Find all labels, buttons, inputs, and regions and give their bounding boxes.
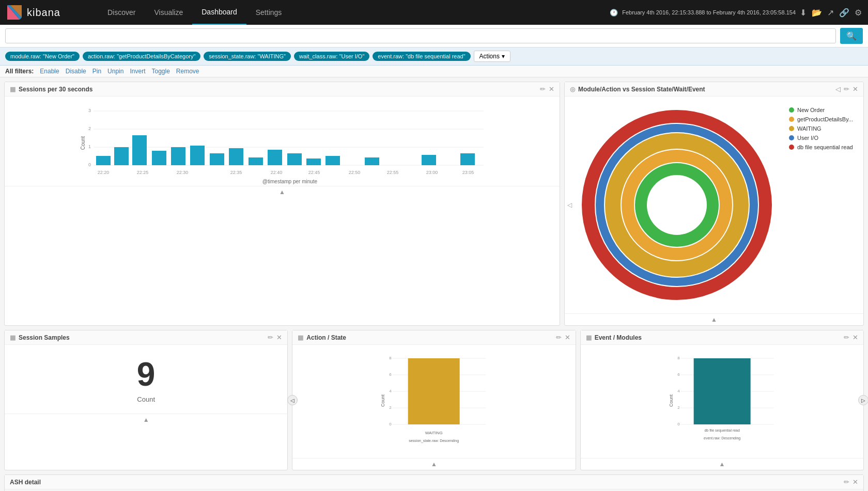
clock-icon: 🕐	[610, 9, 618, 17]
logo-area: kibana	[0, 3, 98, 22]
donut-legend: New Order getProductDetailsBy... WAITING…	[784, 102, 858, 308]
action-state-header: ▦ Action / State ✏ ✕	[292, 330, 575, 345]
sessions-edit-icon[interactable]: ✏	[540, 85, 546, 93]
svg-text:Count: Count	[380, 394, 385, 407]
filter-action[interactable]: action.raw: "getProductDetailsByCategory…	[83, 52, 200, 61]
samples-edit-icon[interactable]: ✏	[268, 334, 273, 341]
svg-text:22:25: 22:25	[137, 170, 149, 175]
donut-panel-title: ◎ Module/Action vs Session State/Wait/Ev…	[570, 86, 705, 93]
filters-bar: module.raw: "New Order" action.raw: "get…	[0, 47, 868, 66]
filter-invert[interactable]: Invert	[128, 68, 147, 75]
save-icon[interactable]: ⬇	[800, 8, 807, 18]
session-samples-header: ▦ Session Samples ✏ ✕	[5, 330, 287, 345]
filter-remove[interactable]: Remove	[174, 68, 202, 75]
legend-user-io: User I/O	[789, 135, 853, 141]
donut-chart	[575, 102, 779, 308]
event-modules-close-icon[interactable]: ✕	[853, 334, 858, 341]
svg-rect-21	[249, 157, 263, 165]
sessions-panel-title: ▦ Sessions per 30 seconds	[10, 86, 92, 93]
svg-text:1: 1	[88, 144, 91, 149]
sessions-close-icon[interactable]: ✕	[549, 85, 554, 93]
filter-session-state[interactable]: session_state.raw: "WAITING"	[204, 52, 291, 61]
sessions-panel-header: ▦ Sessions per 30 seconds ✏ ✕	[5, 82, 560, 97]
svg-text:22:50: 22:50	[349, 170, 361, 175]
filter-event[interactable]: event.raw: "db file sequential read"	[373, 52, 470, 61]
svg-text:4: 4	[677, 389, 680, 393]
samples-collapse[interactable]: ▲	[5, 414, 287, 425]
legend-label-waiting: WAITING	[797, 125, 822, 132]
action-state-svg: Count 8 6 4 2 0 WAITING session_state.ra…	[297, 349, 571, 452]
link-icon[interactable]: 🔗	[839, 8, 849, 18]
samples-close-icon[interactable]: ✕	[276, 334, 282, 341]
svg-text:23:00: 23:00	[426, 170, 438, 175]
settings-icon[interactable]: ⚙	[855, 8, 862, 18]
event-modules-collapse[interactable]: ▲	[581, 458, 863, 470]
filter-enable[interactable]: Enable	[38, 68, 61, 75]
svg-rect-28	[460, 153, 475, 165]
share-icon[interactable]: ↗	[827, 8, 834, 18]
actions-button[interactable]: Actions ▾	[474, 51, 510, 62]
filter-module[interactable]: module.raw: "New Order"	[5, 52, 80, 61]
action-state-icons: ✏ ✕	[556, 334, 570, 341]
svg-rect-24	[306, 159, 321, 165]
donut-collapse[interactable]: ▲	[565, 313, 863, 325]
search-input[interactable]	[5, 28, 836, 43]
ash-detail-close-icon[interactable]: ✕	[853, 478, 858, 486]
filter-pin[interactable]: Pin	[90, 68, 103, 75]
donut-edit-icon[interactable]: ✏	[844, 85, 849, 93]
legend-dot-db-file	[789, 145, 794, 150]
filter-unpin[interactable]: Unpin	[105, 68, 126, 75]
action-state-icon: ▦	[298, 334, 303, 341]
svg-text:WAITING: WAITING	[425, 431, 443, 435]
svg-rect-71	[693, 358, 750, 424]
legend-label-new-order: New Order	[797, 107, 825, 113]
event-modules-next-arrow[interactable]: ▷	[858, 395, 868, 405]
svg-rect-57	[408, 358, 460, 424]
svg-text:session_state.raw: Descending: session_state.raw: Descending	[409, 439, 459, 443]
action-state-chevron-icon: ▲	[431, 461, 437, 468]
svg-rect-14	[114, 147, 129, 165]
svg-text:2: 2	[677, 405, 680, 410]
svg-text:22:35: 22:35	[230, 170, 242, 175]
ash-detail-title: ASH detail	[10, 479, 41, 486]
svg-text:0: 0	[390, 422, 392, 426]
all-filters-label: All filters:	[5, 68, 34, 75]
svg-text:3: 3	[88, 108, 91, 113]
actions-caret: ▾	[502, 53, 505, 60]
donut-expand-icon[interactable]: ◁	[835, 85, 841, 93]
legend-getproductdetails: getProductDetailsBy...	[789, 116, 853, 122]
svg-text:@timestamp per minute: @timestamp per minute	[262, 179, 318, 184]
action-state-collapse[interactable]: ▲	[292, 458, 575, 470]
action-state-close-icon[interactable]: ✕	[565, 334, 570, 341]
svg-rect-27	[422, 155, 436, 165]
action-state-prev-arrow[interactable]: ◁	[287, 395, 298, 405]
filter-toggle[interactable]: Toggle	[149, 68, 172, 75]
ash-detail-header: ASH detail ✏ ✕	[5, 475, 863, 489]
all-filters-row: All filters: Enable Disable Pin Unpin In…	[0, 66, 868, 77]
count-number: 9	[137, 355, 156, 393]
sessions-chart-area: Count 3 2 1 0	[5, 97, 560, 186]
search-button[interactable]: 🔍	[840, 28, 863, 44]
open-icon[interactable]: 📂	[812, 8, 822, 18]
nav-dashboard[interactable]: Dashboard	[192, 0, 246, 25]
sessions-collapse[interactable]: ▲	[5, 186, 560, 198]
svg-text:8: 8	[677, 356, 680, 360]
action-state-edit-icon[interactable]: ✏	[556, 334, 562, 341]
donut-chevron-up-icon: ▲	[711, 316, 717, 323]
ash-detail-edit-icon[interactable]: ✏	[844, 478, 849, 486]
event-modules-edit-icon[interactable]: ✏	[844, 334, 849, 341]
svg-rect-15	[132, 135, 147, 165]
nav-settings[interactable]: Settings	[246, 0, 291, 25]
ash-detail-panel: ASH detail ✏ ✕ Time machine sql_opname s…	[4, 474, 864, 491]
event-modules-header: ▦ Event / Modules ✏ ✕	[581, 330, 863, 345]
kibana-logo[interactable]: kibana	[5, 3, 60, 22]
legend-label-getproductdetails: getProductDetailsBy...	[797, 116, 853, 122]
session-samples-icons: ✏ ✕	[268, 334, 282, 341]
filter-wait-class[interactable]: wait_class.raw: "User I/O"	[294, 52, 369, 61]
donut-close-icon[interactable]: ✕	[853, 85, 858, 93]
nav-discover[interactable]: Discover	[98, 0, 145, 25]
filter-disable[interactable]: Disable	[64, 68, 88, 75]
nav-visualize[interactable]: Visualize	[145, 0, 192, 25]
svg-rect-23	[287, 153, 302, 165]
svg-text:22:40: 22:40	[271, 170, 283, 175]
